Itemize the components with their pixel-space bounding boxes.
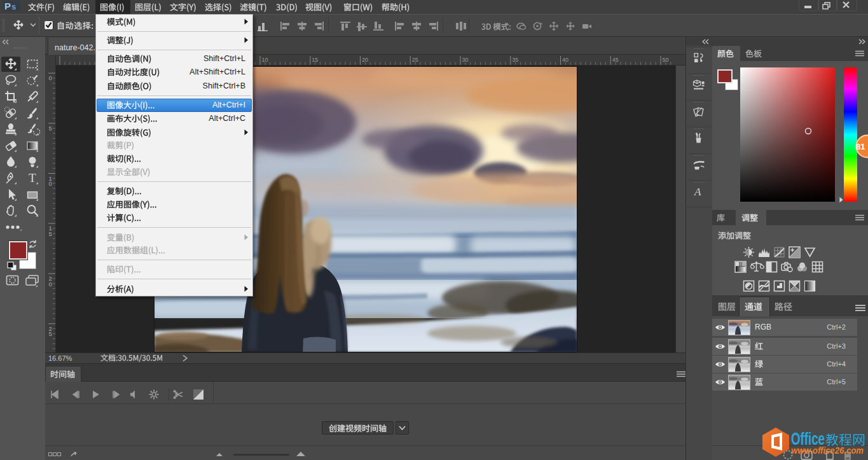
svg-text:25: 25: [412, 57, 418, 63]
svg-text:10: 10: [262, 57, 268, 63]
svg-text:40: 40: [562, 57, 568, 63]
svg-text:www.office26.com: www.office26.com: [791, 445, 864, 456]
svg-text:81: 81: [856, 142, 865, 151]
svg-text:50: 50: [663, 57, 669, 63]
svg-text:30: 30: [462, 57, 469, 63]
svg-text:A: A: [694, 186, 701, 197]
svg-text:P: P: [4, 1, 11, 11]
svg-text:45: 45: [612, 57, 619, 63]
svg-text:0: 0: [49, 281, 52, 288]
svg-text:s: s: [11, 2, 16, 11]
svg-text:0: 0: [49, 74, 52, 81]
svg-text:35: 35: [512, 57, 518, 63]
svg-text:5: 5: [49, 230, 52, 237]
svg-text:5: 5: [49, 330, 52, 337]
svg-text:0: 0: [49, 180, 52, 187]
svg-text:20: 20: [362, 57, 368, 63]
svg-text:T: T: [29, 172, 36, 185]
svg-text:5: 5: [49, 125, 52, 132]
svg-text:15: 15: [312, 57, 318, 63]
